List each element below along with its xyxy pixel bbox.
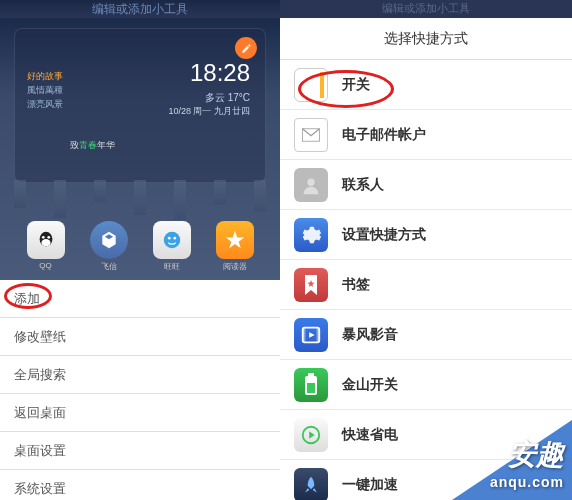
rocket-icon <box>294 468 328 501</box>
svg-point-2 <box>41 236 44 239</box>
svg-rect-11 <box>317 327 320 342</box>
shortcut-label: 一键加速 <box>342 476 398 494</box>
shortcut-label: 金山开关 <box>342 376 398 394</box>
shortcut-settings[interactable]: 设置快捷方式 <box>280 210 572 260</box>
switch-icon <box>294 68 328 102</box>
shortcut-label: 快速省电 <box>342 426 398 444</box>
menu-wallpaper[interactable]: 修改壁纸 <box>0 318 280 356</box>
shortcut-label: 暴风影音 <box>342 326 398 344</box>
dock-label: QQ <box>39 261 51 270</box>
shortcut-label: 开关 <box>342 76 370 94</box>
skyline-decoration <box>0 180 280 220</box>
wangwang-icon <box>153 221 191 259</box>
menu-home[interactable]: 返回桌面 <box>0 394 280 432</box>
film-icon <box>294 318 328 352</box>
contact-icon <box>294 168 328 202</box>
dock-item-qq[interactable]: QQ <box>27 221 65 272</box>
svg-point-4 <box>163 232 180 249</box>
shortcut-label: 电子邮件帐户 <box>342 126 426 144</box>
menu-system-settings[interactable]: 系统设置 <box>0 470 280 500</box>
svg-point-5 <box>167 237 170 240</box>
shortcut-bookmark[interactable]: 书签 <box>280 260 572 310</box>
watermark-main: 安趣 <box>490 436 564 474</box>
shortcut-label: 设置快捷方式 <box>342 226 426 244</box>
clock-widget[interactable]: 18:28 多云 17°C 10/28 周一 九月廿四 好的故事 風情萬種 漂亮… <box>14 28 266 183</box>
edit-widget-button[interactable] <box>235 37 257 59</box>
dock: QQ 飞信 旺旺 阅读器 <box>0 221 280 272</box>
svg-point-8 <box>307 178 314 185</box>
shortcut-label: 书签 <box>342 276 370 294</box>
clock-time: 18:28 <box>190 59 250 87</box>
feixin-icon <box>90 221 128 259</box>
shortcut-label: 联系人 <box>342 176 384 194</box>
svg-point-6 <box>173 237 176 240</box>
star-icon <box>216 221 254 259</box>
shortcut-contacts[interactable]: 联系人 <box>280 160 572 210</box>
left-header: 编辑或添加小工具 <box>0 0 280 18</box>
svg-rect-13 <box>308 373 314 376</box>
svg-point-1 <box>41 239 50 246</box>
watermark: 安趣 anqu.com <box>490 436 564 490</box>
shortcut-switch[interactable]: 开关 <box>280 60 572 110</box>
dock-label: 阅读器 <box>223 261 247 272</box>
shortcut-jinshan[interactable]: 金山开关 <box>280 360 572 410</box>
dock-label: 旺旺 <box>164 261 180 272</box>
right-header: 编辑或添加小工具 <box>280 0 572 18</box>
menu-add[interactable]: 添加 <box>0 280 280 318</box>
mail-icon <box>294 118 328 152</box>
widget-greeting: 好的故事 風情萬種 漂亮风景 <box>27 69 63 111</box>
dialog-title: 选择快捷方式 <box>280 18 572 60</box>
menu-search[interactable]: 全局搜索 <box>0 356 280 394</box>
svg-rect-14 <box>307 383 315 393</box>
homescreen-preview: 18:28 多云 17°C 10/28 周一 九月廿四 好的故事 風情萬種 漂亮… <box>0 18 280 280</box>
left-screenshot: 编辑或添加小工具 18:28 多云 17°C 10/28 周一 九月廿四 好的故… <box>0 0 280 500</box>
pencil-icon <box>241 43 252 54</box>
context-menu: 添加 修改壁纸 全局搜索 返回桌面 桌面设置 系统设置 <box>0 280 280 500</box>
dock-label: 飞信 <box>101 261 117 272</box>
shortcut-baofeng[interactable]: 暴风影音 <box>280 310 572 360</box>
dock-item-feixin[interactable]: 飞信 <box>90 221 128 272</box>
battery-icon <box>294 368 328 402</box>
poem-text: 致青春年华 <box>70 139 115 152</box>
dock-item-wangwang[interactable]: 旺旺 <box>153 221 191 272</box>
date-text: 10/28 周一 九月廿四 <box>168 105 250 118</box>
qq-icon <box>27 221 65 259</box>
weather-text: 多云 17°C <box>205 91 250 105</box>
svg-rect-10 <box>303 327 306 342</box>
watermark-sub: anqu.com <box>490 474 564 490</box>
bookmark-icon <box>294 268 328 302</box>
power-icon <box>294 418 328 452</box>
svg-point-3 <box>47 236 50 239</box>
shortcut-email[interactable]: 电子邮件帐户 <box>280 110 572 160</box>
gear-icon <box>294 218 328 252</box>
menu-desktop-settings[interactable]: 桌面设置 <box>0 432 280 470</box>
dock-item-read[interactable]: 阅读器 <box>216 221 254 272</box>
